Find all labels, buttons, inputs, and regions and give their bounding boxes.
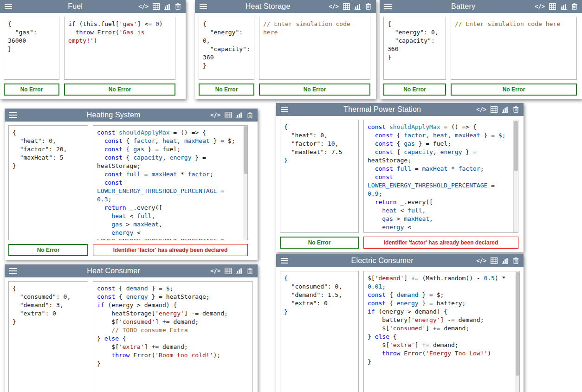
trash-icon[interactable] — [571, 3, 577, 10]
chart-icon[interactable] — [502, 106, 509, 113]
table-icon[interactable] — [225, 112, 232, 118]
panel-title: Thermal Power Station — [292, 105, 472, 114]
trash-icon[interactable] — [365, 3, 371, 10]
chart-icon[interactable] — [236, 112, 243, 118]
code-content: const shouldApplyMax = () => { const { f… — [364, 120, 518, 233]
code-editor[interactable]: // Enter simulation code here — [259, 17, 370, 80]
menu-icon[interactable] — [281, 107, 288, 112]
panel-body: { "energy": 0, "capacity": 360 } // Ente… — [380, 13, 582, 84]
state-editor[interactable]: { "consumed": 0, "demand": 3, "extra": 0… — [8, 281, 88, 392]
menu-icon[interactable] — [281, 258, 288, 263]
chart-icon[interactable] — [164, 3, 171, 10]
state-status-badge: No Error — [8, 244, 88, 256]
panel-title: Battery — [395, 2, 531, 11]
code-editor[interactable]: if (this.fuel['gas'] <= 0) throw Error('… — [64, 17, 175, 80]
chart-icon[interactable] — [560, 3, 567, 10]
code-scrollbar[interactable] — [243, 126, 247, 240]
state-status-badge: No Error — [383, 84, 446, 96]
component-panel: Heating System </> { "heat": 0, "factor"… — [5, 109, 258, 260]
status-row: No Error Identifier 'factor' has already… — [276, 237, 524, 252]
panel-toolbar: </> — [535, 3, 577, 10]
table-icon[interactable] — [225, 268, 232, 274]
code-status-badge: Identifier 'factor' has already been dec… — [93, 244, 248, 256]
state-editor[interactable]: { "energy": 0, "capacity": 360 } — [383, 17, 446, 80]
code-editor[interactable]: $['demand'] += (Math.random() - 0.5) * 0… — [363, 271, 520, 392]
panel-header: Electric Consumer </> — [276, 254, 524, 267]
state-editor[interactable]: { "consumed": 0, "demand": 1.5, "extra":… — [280, 271, 359, 392]
code-content: // Enter simulation code here — [451, 17, 576, 31]
menu-icon[interactable] — [384, 4, 392, 9]
panel-body: { "consumed": 0, "demand": 1.5, "extra":… — [276, 267, 524, 392]
panel-body: { "consumed": 0, "demand": 3, "extra": 0… — [5, 277, 258, 392]
code-status-badge: No Error — [451, 84, 577, 96]
code-icon[interactable]: </> — [210, 112, 220, 118]
component-panel: Thermal Power Station </> { "heat": 0, "… — [276, 103, 524, 252]
trash-icon[interactable] — [175, 3, 181, 10]
code-icon[interactable]: </> — [138, 3, 149, 10]
component-panel: Battery </> { "energy": 0, "capacity": 3… — [380, 0, 582, 99]
panel-header: Battery </> — [380, 0, 582, 13]
table-icon[interactable] — [491, 106, 498, 113]
panel-header: Heat Storage </> — [195, 0, 376, 13]
chart-icon[interactable] — [502, 257, 509, 264]
status-row: No Error No Error — [380, 84, 582, 99]
table-icon[interactable] — [343, 3, 350, 10]
component-panel: Heat Storage </> { "energy": 0, "capacit… — [195, 0, 376, 99]
state-editor[interactable]: { "heat": 0, "factor": 10, "maxHeat": 7.… — [280, 120, 359, 233]
panel-toolbar: </> — [476, 106, 519, 113]
code-editor[interactable]: // Enter simulation code here — [451, 17, 577, 80]
scrollbar-thumb[interactable] — [514, 121, 518, 171]
state-editor[interactable]: { "energy": 0, "capacity": 360 } — [199, 17, 254, 80]
chart-icon[interactable] — [354, 3, 361, 10]
code-icon[interactable]: </> — [476, 106, 486, 113]
panel-title: Heating System — [20, 111, 207, 119]
code-status-badge: Identifier 'factor' has already been dec… — [363, 237, 518, 249]
code-content: const { demand } = $;const { energy } = … — [93, 282, 252, 371]
status-row: No Error Identifier 'factor' has already… — [5, 244, 258, 260]
component-panel: Fuel </> { "gas": 36000 } if (this.fuel[… — [0, 0, 186, 99]
state-status-badge: No Error — [280, 237, 359, 249]
menu-icon[interactable] — [9, 268, 17, 274]
trash-icon[interactable] — [247, 112, 253, 118]
code-content: $['demand'] += (Math.random() - 0.5) * 0… — [364, 271, 519, 369]
code-editor[interactable]: const shouldApplyMax = () => { const { f… — [363, 120, 518, 233]
panel-header: Heating System </> — [5, 109, 258, 122]
menu-icon[interactable] — [5, 4, 12, 9]
code-icon[interactable]: </> — [210, 268, 220, 274]
state-editor[interactable]: { "heat": 0, "factor": 20, "maxHeat": 5 … — [8, 125, 88, 240]
panel-body: { "heat": 0, "factor": 10, "maxHeat": 7.… — [276, 116, 524, 237]
code-content: // Enter simulation code here — [259, 17, 370, 39]
chart-icon[interactable] — [236, 268, 243, 274]
panel-title: Electric Consumer — [292, 257, 472, 265]
state-status-badge: No Error — [4, 84, 59, 96]
trash-icon[interactable] — [513, 106, 519, 113]
code-status-badge: No Error — [259, 84, 370, 96]
code-icon[interactable]: </> — [329, 3, 339, 10]
panel-body: { "gas": 36000 } if (this.fuel['gas'] <=… — [0, 13, 186, 84]
code-scrollbar[interactable] — [513, 120, 518, 232]
code-icon[interactable]: </> — [535, 3, 545, 10]
state-editor[interactable]: { "gas": 36000 } — [4, 17, 59, 80]
code-scrollbar[interactable] — [515, 271, 519, 392]
panel-header: Fuel </> — [0, 0, 186, 13]
code-content: const shouldApplyMax = () => { const { f… — [93, 126, 247, 240]
scrollbar-thumb[interactable] — [516, 272, 519, 376]
code-editor[interactable]: const { demand } = $;const { energy } = … — [93, 281, 253, 392]
menu-icon[interactable] — [9, 112, 17, 118]
table-icon[interactable] — [491, 257, 498, 264]
table-icon[interactable] — [153, 3, 160, 10]
trash-icon[interactable] — [513, 257, 519, 264]
panel-toolbar: </> — [329, 3, 371, 10]
code-icon[interactable]: </> — [476, 257, 486, 264]
component-panel: Heat Consumer </> { "consumed": 0, "dema… — [5, 264, 258, 392]
trash-icon[interactable] — [247, 268, 253, 274]
panel-toolbar: </> — [210, 268, 253, 274]
status-row: No Error No Error — [195, 84, 376, 99]
scrollbar-thumb[interactable] — [244, 126, 247, 174]
code-content: if (this.fuel['gas'] <= 0) throw Error('… — [65, 17, 175, 48]
panel-header: Thermal Power Station </> — [276, 103, 524, 116]
table-icon[interactable] — [549, 3, 556, 10]
component-panel: Electric Consumer </> { "consumed": 0, "… — [276, 254, 524, 392]
code-editor[interactable]: const shouldApplyMax = () => { const { f… — [93, 125, 248, 240]
menu-icon[interactable] — [200, 4, 207, 9]
